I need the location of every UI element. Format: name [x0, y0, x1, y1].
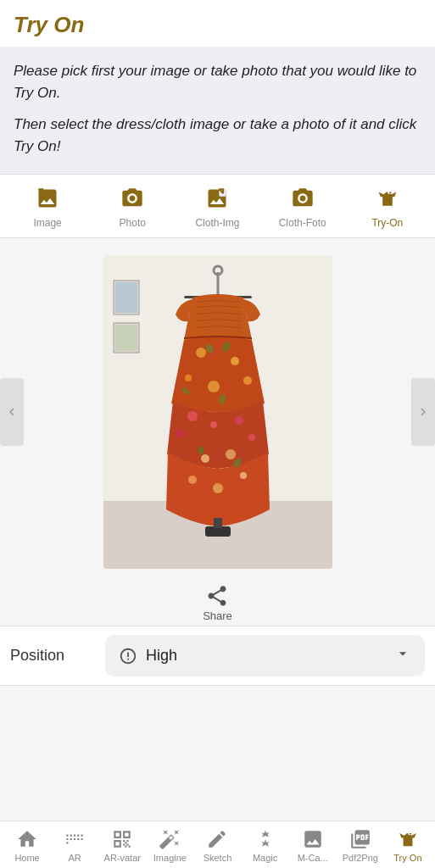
nav-arvatar[interactable]: AR-vatar [101, 828, 143, 863]
nav-magic[interactable]: Magic [244, 828, 287, 863]
nav-pdf2png-label: Pdf2Png [343, 853, 378, 863]
position-label: Position [10, 647, 95, 665]
dropdown-chevron [394, 645, 411, 666]
tryon-icon [397, 828, 419, 850]
qr-icon [111, 828, 133, 850]
camera-icon [117, 183, 148, 214]
share-section: Share [0, 577, 435, 626]
share-label: Share [203, 609, 232, 622]
toolbar-photo[interactable]: Photo [107, 183, 158, 229]
nav-sketch-label: Sketch [204, 853, 232, 863]
page-title: Try On [14, 12, 84, 37]
dress-image [103, 255, 332, 569]
image-upload-icon [32, 183, 63, 214]
svg-point-16 [235, 416, 243, 425]
tshirt-icon [372, 183, 403, 214]
header: Try On [0, 0, 435, 47]
toolbar-image[interactable]: Image [22, 183, 73, 229]
svg-point-18 [176, 429, 184, 437]
home-icon [16, 828, 38, 850]
nav-imagine-label: Imagine [153, 853, 187, 863]
svg-point-10 [196, 348, 206, 358]
svg-point-21 [226, 449, 236, 459]
wand-icon [159, 828, 181, 850]
toolbar-photo-label: Photo [120, 217, 146, 229]
nav-tryon[interactable]: Try On [387, 828, 429, 863]
prev-arrow[interactable] [0, 378, 24, 446]
position-bar: Position High [0, 626, 435, 686]
nav-ar[interactable]: AR [53, 828, 96, 863]
ar-icon [64, 828, 86, 850]
pdf-icon [349, 828, 371, 850]
nav-arvatar-label: AR-vatar [104, 853, 141, 863]
nav-sketch[interactable]: Sketch [196, 828, 238, 863]
svg-rect-5 [115, 282, 137, 313]
toolbar-try-on[interactable]: Try-On [362, 183, 413, 229]
toolbar-cloth-foto[interactable]: Cloth-Foto [277, 183, 328, 229]
action-toolbar: Image Photo Cloth-Img Cloth-Foto [0, 174, 435, 238]
svg-point-19 [248, 434, 255, 441]
magic-icon [254, 828, 276, 850]
nav-imagine[interactable]: Imagine [148, 828, 191, 863]
toolbar-cloth-img[interactable]: Cloth-Img [192, 183, 243, 229]
toolbar-cloth-foto-label: Cloth-Foto [279, 217, 326, 229]
bottom-navigation: Home AR AR-vatar Imagine Sketch Magic [0, 821, 435, 868]
svg-point-17 [210, 421, 217, 428]
nav-magic-label: Magic [253, 853, 277, 863]
cloth-image-icon [202, 183, 232, 214]
cloth-camera-icon [287, 183, 318, 214]
nav-mca[interactable]: M-Ca... [292, 828, 334, 863]
position-dropdown[interactable]: High [105, 635, 425, 676]
nav-home[interactable]: Home [6, 828, 48, 863]
toolbar-try-on-label: Try-On [371, 217, 403, 229]
image-display-area [0, 238, 435, 577]
sketch-icon [206, 828, 228, 850]
next-arrow[interactable] [411, 378, 435, 446]
position-icon [119, 647, 137, 665]
share-button[interactable]: Share [203, 584, 232, 622]
svg-point-24 [213, 483, 223, 493]
svg-point-14 [208, 381, 220, 392]
svg-point-15 [187, 411, 198, 421]
image-icon [302, 828, 324, 850]
position-dropdown-left: High [119, 647, 177, 665]
nav-tryon-label: Try On [393, 853, 421, 863]
svg-point-20 [201, 454, 209, 463]
share-icon [205, 584, 229, 608]
instruction-line2: Then select the dress/cloth image or tak… [14, 114, 421, 157]
svg-point-23 [240, 472, 247, 479]
nav-mca-label: M-Ca... [298, 853, 328, 863]
nav-home-label: Home [14, 853, 39, 863]
svg-rect-32 [214, 518, 222, 528]
svg-point-22 [188, 476, 197, 484]
svg-rect-7 [115, 325, 137, 351]
position-value: High [146, 647, 177, 665]
toolbar-cloth-img-label: Cloth-Img [195, 217, 239, 229]
svg-point-11 [231, 357, 239, 365]
svg-point-12 [185, 375, 192, 381]
toolbar-image-label: Image [33, 217, 61, 229]
svg-point-13 [243, 376, 252, 385]
nav-ar-label: AR [69, 853, 81, 863]
instruction-line1: Please pick first your image or take pho… [14, 60, 421, 103]
instructions-section: Please pick first your image or take pho… [0, 47, 435, 174]
nav-pdf2png[interactable]: Pdf2Png [339, 828, 382, 863]
